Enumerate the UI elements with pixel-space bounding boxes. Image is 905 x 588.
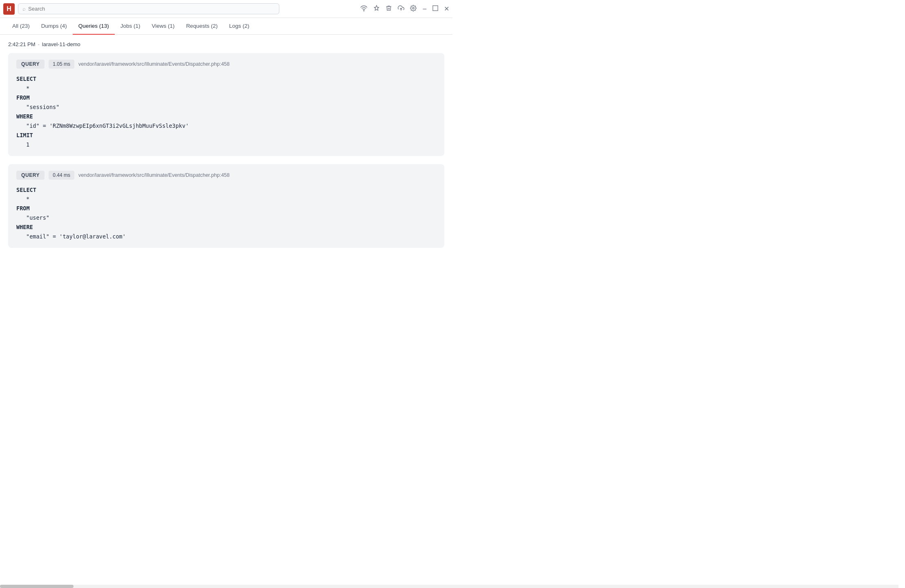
sql-line: SELECT bbox=[16, 74, 436, 84]
tabs-bar: All (23) Dumps (4) Queries (13) Jobs (1)… bbox=[0, 18, 452, 35]
query-time-2: 0.44 ms bbox=[49, 171, 74, 180]
tab-dumps[interactable]: Dumps (4) bbox=[36, 18, 73, 35]
sql-line: WHERE bbox=[16, 112, 436, 121]
sql-block-2: SELECT * FROM "users" WHERE "email" = 't… bbox=[16, 185, 436, 242]
sql-line: FROM bbox=[16, 93, 436, 102]
sql-line: * bbox=[16, 84, 436, 93]
tab-queries[interactable]: Queries (13) bbox=[73, 18, 115, 35]
sql-block-1: SELECT * FROM "sessions" WHERE "id" = 'R… bbox=[16, 74, 436, 149]
sql-line: "email" = 'taylor@laravel.com' bbox=[16, 232, 436, 241]
sql-line: "sessions" bbox=[16, 102, 436, 112]
trash-icon[interactable] bbox=[386, 5, 392, 13]
sql-line: LIMIT bbox=[16, 131, 436, 140]
tab-jobs[interactable]: Jobs (1) bbox=[115, 18, 146, 35]
tab-views[interactable]: Views (1) bbox=[146, 18, 181, 35]
content-area: 2:42:21 PM - laravel-11-demo QUERY 1.05 … bbox=[0, 35, 452, 293]
query-time-1: 1.05 ms bbox=[49, 60, 74, 69]
search-icon: ⌕ bbox=[22, 6, 26, 12]
tab-all[interactable]: All (23) bbox=[7, 18, 36, 35]
svg-point-0 bbox=[364, 10, 365, 11]
session-header: 2:42:21 PM - laravel-11-demo bbox=[8, 41, 444, 47]
sql-line: SELECT bbox=[16, 185, 436, 195]
tab-requests[interactable]: Requests (2) bbox=[181, 18, 223, 35]
title-bar: H ⌕ bbox=[0, 0, 452, 18]
maximize-icon[interactable] bbox=[432, 5, 438, 12]
query-file-1: vendor/laravel/framework/src/Illuminate/… bbox=[78, 61, 230, 67]
query-badge-2: QUERY bbox=[16, 171, 45, 180]
tab-logs[interactable]: Logs (2) bbox=[223, 18, 255, 35]
sql-line: FROM bbox=[16, 204, 436, 213]
search-input[interactable] bbox=[28, 6, 275, 12]
svg-rect-3 bbox=[433, 6, 438, 11]
query-header-2: QUERY 0.44 ms vendor/laravel/framework/s… bbox=[16, 171, 436, 180]
sql-line: "id" = 'RZNm8WzwpEIp6xnGT3i2vGLsjhbMuuFv… bbox=[16, 121, 436, 131]
sql-line: 1 bbox=[16, 140, 436, 149]
sql-line: "users" bbox=[16, 213, 436, 223]
signal-icon[interactable] bbox=[360, 5, 368, 13]
search-box[interactable]: ⌕ bbox=[18, 3, 279, 14]
upload-icon[interactable] bbox=[398, 5, 404, 13]
session-time: 2:42:21 PM bbox=[8, 41, 36, 47]
query-badge-1: QUERY bbox=[16, 60, 45, 69]
session-separator: - bbox=[38, 41, 40, 47]
query-card-1: QUERY 1.05 ms vendor/laravel/framework/s… bbox=[8, 53, 444, 156]
sql-line: WHERE bbox=[16, 223, 436, 232]
pin-icon[interactable] bbox=[373, 5, 380, 13]
session-app: laravel-11-demo bbox=[42, 41, 80, 47]
query-file-2: vendor/laravel/framework/src/Illuminate/… bbox=[78, 172, 230, 178]
minimize-icon[interactable]: − bbox=[422, 5, 427, 13]
query-card-2: QUERY 0.44 ms vendor/laravel/framework/s… bbox=[8, 164, 444, 248]
close-icon[interactable]: ✕ bbox=[444, 6, 449, 12]
title-bar-actions: − ✕ bbox=[360, 5, 449, 13]
svg-point-2 bbox=[412, 7, 414, 9]
query-header-1: QUERY 1.05 ms vendor/laravel/framework/s… bbox=[16, 60, 436, 69]
app-logo: H bbox=[3, 3, 15, 15]
sql-line: * bbox=[16, 194, 436, 204]
settings-icon[interactable] bbox=[410, 5, 417, 13]
